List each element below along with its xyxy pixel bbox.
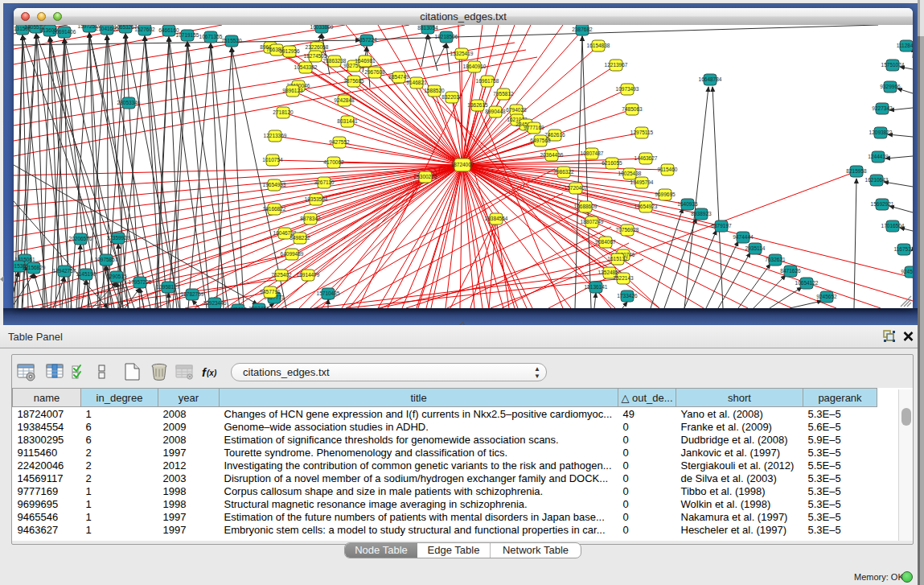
svg-text:10025438: 10025438 [618,171,642,176]
svg-text:13495794: 13495794 [630,179,654,185]
svg-text:15710485: 15710485 [317,290,340,296]
svg-text:19384554: 19384554 [485,216,508,221]
svg-text:9245012: 9245012 [901,269,913,274]
svg-text:1112843: 1112843 [897,43,913,48]
svg-text:7955812: 7955812 [493,91,514,97]
svg-text:16154838: 16154838 [587,43,610,48]
svg-text:9699695: 9699695 [655,192,676,197]
svg-text:(x): (x) [207,369,217,377]
svg-text:8878342: 8878342 [300,216,321,221]
svg-text:2718120: 2718120 [273,109,294,115]
svg-text:9427552: 9427552 [329,139,350,145]
svg-text:15720407: 15720407 [565,185,588,191]
svg-text:14463627: 14463627 [634,155,658,161]
svg-text:12923446: 12923446 [203,300,227,306]
svg-text:3267110: 3267110 [314,179,335,185]
svg-text:7515520: 7515520 [221,38,242,43]
svg-text:20364436: 20364436 [540,152,564,158]
svg-text:18807249: 18807249 [581,219,604,225]
svg-text:2387682: 2387682 [572,27,593,32]
svg-text:9227342: 9227342 [872,105,893,111]
svg-text:9896123: 9896123 [282,88,303,93]
svg-text:1010754: 1010754 [262,157,283,163]
svg-text:6497568: 6497568 [530,138,551,143]
svg-text:9146821: 9146821 [406,80,427,85]
svg-text:9115460: 9115460 [658,167,678,172]
svg-text:9329966: 9329966 [880,84,901,89]
svg-text:28053346: 28053346 [117,100,141,105]
svg-text:8990448: 8990448 [485,109,506,114]
svg-text:1092456: 1092456 [248,306,269,308]
svg-text:8215958: 8215958 [846,168,867,174]
svg-text:9242848: 9242848 [334,97,355,103]
svg-text:19166822: 19166822 [263,206,286,212]
svg-text:12975115: 12975115 [630,130,654,135]
svg-text:18724007: 18724007 [451,162,474,167]
svg-text:1527602: 1527602 [134,27,155,32]
svg-text:1145193: 1145193 [76,271,97,277]
svg-text:12156829: 12156829 [23,265,46,270]
svg-text:10654122: 10654122 [795,280,819,286]
svg-text:4170062: 4170062 [323,159,344,165]
svg-text:7462616: 7462616 [544,132,565,138]
svg-text:12942757: 12942757 [53,268,76,274]
svg-text:25300275: 25300275 [414,174,437,179]
svg-text:19218506: 19218506 [435,34,458,39]
svg-text:10671355: 10671355 [199,34,223,39]
svg-text:7357224: 7357224 [356,37,377,43]
svg-text:9457791: 9457791 [260,289,281,295]
svg-text:7986322: 7986322 [553,169,574,175]
svg-text:10543382: 10543382 [294,64,318,70]
svg-text:1615132: 1615132 [607,256,628,262]
svg-text:10807487: 10807487 [581,150,604,156]
svg-text:9474444: 9474444 [733,234,754,240]
svg-text:10719155: 10719155 [176,32,199,38]
svg-text:9777169: 9777169 [524,125,544,130]
svg-text:2522143: 2522143 [613,275,634,281]
svg-text:8813054: 8813054 [417,25,438,31]
svg-text:7632621: 7632621 [765,257,786,262]
svg-text:3498222: 3498222 [290,235,310,241]
svg-text:16648784: 16648784 [699,76,722,82]
svg-text:3875685: 3875685 [343,78,364,84]
svg-text:10688609: 10688609 [574,204,598,209]
svg-text:15751074: 15751074 [881,62,905,68]
svg-text:7625402: 7625402 [271,272,292,278]
svg-text:10975857: 10975857 [95,257,118,262]
svg-text:3912956: 3912956 [279,48,300,54]
svg-text:70756928: 70756928 [616,227,639,233]
svg-text:2967608: 2967608 [364,69,385,75]
svg-text:6216055: 6216055 [602,160,622,166]
svg-text:6879197: 6879197 [711,223,732,229]
svg-text:16961758: 16961758 [476,78,499,84]
svg-text:8854749: 8854749 [388,74,409,80]
svg-text:1640935: 1640935 [677,201,698,207]
svg-text:2935114: 2935114 [745,245,766,251]
svg-text:9245652: 9245652 [816,294,837,299]
svg-text:19654933: 19654933 [263,182,286,187]
svg-text:1244419: 1244419 [868,154,889,159]
svg-text:20206576: 20206576 [69,236,92,241]
svg-text:64099489: 64099489 [281,251,304,257]
svg-text:15136141: 15136141 [585,284,608,290]
svg-text:8938923: 8938923 [691,211,712,216]
svg-text:13325419: 13325419 [450,51,474,56]
svg-text:17957225: 17957225 [129,279,152,285]
svg-text:18640910: 18640910 [463,64,487,69]
svg-text:16033809: 16033809 [310,25,334,30]
svg-text:8031441: 8031441 [337,118,358,124]
svg-text:23226058: 23226058 [306,44,329,50]
svg-text:945012: 945012 [229,307,247,308]
svg-text:16210643: 16210643 [865,177,889,183]
svg-text:17359928: 17359928 [107,235,130,241]
svg-text:8471626: 8471626 [780,268,801,274]
svg-text:17016504: 17016504 [881,223,905,229]
svg-text:1546981: 1546981 [355,58,376,64]
svg-text:10973493: 10973493 [616,86,639,92]
svg-text:19654923: 19654923 [634,204,658,209]
svg-text:1362615: 1362615 [467,102,488,108]
svg-text:1290515: 1290515 [106,274,127,279]
svg-text:13958127: 13958127 [157,284,180,290]
svg-text:6794028: 6794028 [506,107,527,113]
svg-text:20691406: 20691406 [53,29,76,35]
